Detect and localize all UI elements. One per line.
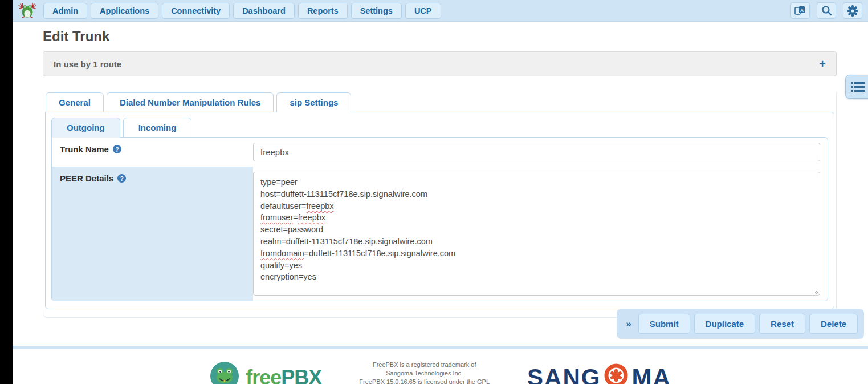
navbar-right-icons: A — [790, 2, 862, 19]
peer-details-row: PEER Details ? type=peerhost=duffett-113… — [52, 167, 828, 301]
trunk-form-container: General Dialed Number Manipulation Rules… — [43, 92, 837, 318]
freepbx-wordmark: freePBX — [246, 366, 321, 384]
svg-text:A: A — [800, 7, 804, 13]
search-button[interactable] — [817, 2, 836, 19]
usage-text: In use by 1 route — [54, 59, 121, 69]
peer-details-textarea[interactable]: type=peerhost=duffett-113115cf718e.sip.s… — [253, 172, 820, 296]
reset-button[interactable]: Reset — [759, 314, 805, 334]
list-icon — [851, 82, 865, 92]
main-tab-row: General Dialed Number Manipulation Rules… — [45, 92, 834, 112]
submit-button[interactable]: Submit — [638, 314, 690, 334]
freepbx-frog-logo-icon[interactable] — [17, 2, 38, 20]
main-content: Edit Trunk In use by 1 route + General D… — [13, 29, 868, 339]
form-action-bar: » Submit Duplicate Reset Delete — [617, 309, 864, 339]
language-button[interactable]: A — [790, 2, 810, 19]
resize-handle[interactable] — [812, 288, 818, 294]
nav-item-admin[interactable]: Admin — [43, 3, 87, 19]
nav-item-applications[interactable]: Applications — [91, 3, 158, 19]
help-icon[interactable]: ? — [117, 174, 126, 183]
page-title: Edit Trunk — [43, 29, 837, 45]
footer-legal-text: FreePBX is a registered trademark of San… — [359, 361, 490, 384]
sip-settings-panel: Outgoing Incoming Trunk Name ? — [45, 112, 834, 309]
help-icon[interactable]: ? — [113, 145, 121, 153]
screen-edge-strip — [0, 0, 13, 384]
peer-details-label: PEER Details — [60, 173, 113, 183]
trunk-name-label: Trunk Name — [60, 144, 109, 154]
trunk-name-row: Trunk Name ? — [52, 138, 828, 167]
legal-line: FreePBX 15.0.16.65 is licensed under the… — [359, 378, 490, 384]
peer-details-label-cell: PEER Details ? — [52, 167, 253, 301]
freepbx-footer-logo[interactable]: freePBX — [209, 362, 321, 384]
nav-item-settings[interactable]: Settings — [351, 3, 402, 19]
expand-plus-icon[interactable]: + — [819, 58, 826, 70]
nav-item-reports[interactable]: Reports — [298, 3, 348, 19]
trunk-name-input[interactable] — [253, 143, 820, 161]
sangoma-footer-logo[interactable]: SANG MA — [527, 363, 671, 384]
sangoma-wordmark-right: MA — [631, 364, 671, 384]
sub-tab-row: Outgoing Incoming — [51, 118, 828, 138]
tab-dialed-number-manipulation-rules[interactable]: Dialed Number Manipulation Rules — [107, 92, 274, 112]
trunk-name-label-cell: Trunk Name ? — [52, 138, 253, 167]
subtab-outgoing[interactable]: Outgoing — [51, 118, 120, 138]
duplicate-button[interactable]: Duplicate — [694, 314, 756, 334]
delete-button[interactable]: Delete — [809, 314, 858, 334]
search-icon — [821, 5, 832, 16]
sangoma-wordmark-left: SANG — [527, 364, 601, 384]
translate-icon: A — [794, 6, 806, 16]
nav-item-ucp[interactable]: UCP — [405, 3, 441, 19]
guided-mode-list-button[interactable] — [845, 75, 868, 99]
usage-accordion-header[interactable]: In use by 1 route + — [43, 51, 837, 76]
legal-line: FreePBX is a registered trademark of — [359, 361, 490, 369]
trunk-name-field-cell — [253, 138, 828, 167]
freepbx-bubble-frog-icon — [209, 362, 240, 384]
settings-gear-button[interactable] — [843, 2, 862, 19]
footer: freePBX FreePBX is a registered trademar… — [13, 349, 868, 384]
tab-sip-settings[interactable]: sip Settings — [276, 92, 351, 112]
tab-general[interactable]: General — [46, 92, 104, 112]
gear-icon — [847, 5, 858, 17]
nav-item-dashboard[interactable]: Dashboard — [233, 3, 295, 19]
sangoma-o-asterisk-icon — [602, 363, 630, 384]
outgoing-panel: Trunk Name ? PEER Details ? ty — [51, 137, 828, 301]
legal-line: Sangoma Technologies Inc. — [359, 369, 490, 378]
peer-details-field-cell: type=peerhost=duffett-113115cf718e.sip.s… — [253, 167, 828, 301]
nav-item-connectivity[interactable]: Connectivity — [162, 3, 230, 19]
collapse-chevrons-icon[interactable]: » — [623, 318, 634, 330]
subtab-incoming[interactable]: Incoming — [123, 118, 192, 138]
top-navbar: Admin Applications Connectivity Dashboar… — [13, 0, 868, 22]
